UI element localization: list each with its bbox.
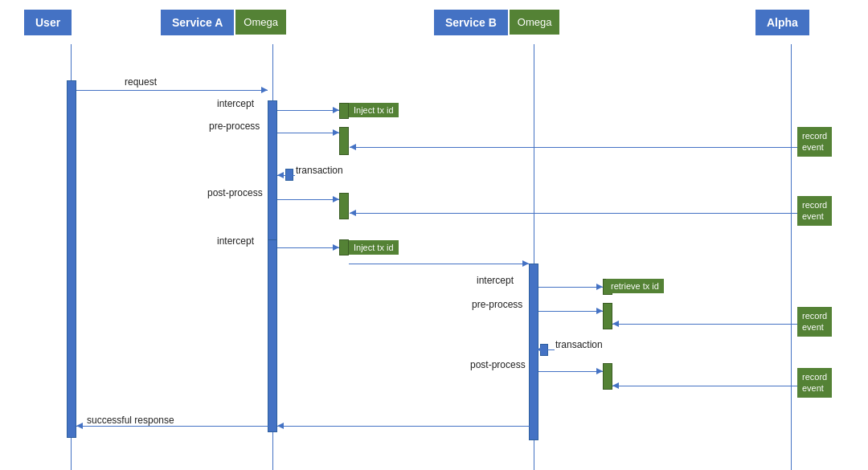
- preprocess1-arrow: [277, 133, 339, 133]
- serviceB-intercept-arrow: [538, 287, 603, 288]
- response-arrow: [76, 426, 269, 427]
- serviceB-preprocess-label: pre-process: [472, 299, 522, 310]
- serviceB-preprocess-arrow: [538, 311, 603, 312]
- serviceA-intercept2-bar: [339, 239, 349, 255]
- transaction2-arrow: [537, 349, 555, 350]
- alpha-record2-box: recordevent: [797, 196, 832, 226]
- serviceA-intercept1-bar: [339, 103, 349, 119]
- lifeline-serviceB-header: Service B Omega: [434, 4, 559, 40]
- serviceB-postprocess-arrow: [538, 371, 603, 372]
- inject2-box: Inject tx id: [349, 240, 399, 255]
- serviceA-tag: Omega: [235, 10, 286, 35]
- alpha-return3-arrow: [612, 324, 797, 325]
- intercept1-label: intercept: [217, 98, 254, 109]
- postprocess1-arrow: [277, 199, 339, 200]
- serviceA-activation-lower: [268, 239, 277, 432]
- intercept1-arrow: [277, 110, 339, 111]
- alpha-box: Alpha: [755, 10, 809, 35]
- user-box: User: [24, 10, 72, 35]
- alpha-return2-arrow: [350, 213, 797, 214]
- postprocess1-label: post-process: [207, 187, 263, 198]
- transaction1-arrow: [277, 175, 295, 176]
- serviceB-box: Service B: [434, 10, 508, 35]
- serviceB-preprocess-bar: [603, 303, 612, 329]
- preprocess1-label: pre-process: [209, 121, 260, 132]
- sequence-diagram: User Service A Omega Service B Omega Alp…: [0, 0, 868, 470]
- request-label: request: [125, 76, 157, 88]
- alpha-record3-box: recordevent: [797, 307, 832, 337]
- intercept2-label: intercept: [217, 235, 254, 247]
- lifeline-serviceA-header: Service A Omega: [161, 4, 286, 40]
- serviceB-tag: Omega: [510, 10, 560, 35]
- alpha-lifeline: [791, 44, 792, 470]
- serviceA-box: Service A: [161, 10, 234, 35]
- intercept2-arrow: [277, 247, 339, 248]
- inject1-box: Inject tx id: [349, 103, 399, 117]
- alpha-return4-arrow: [612, 386, 797, 386]
- serviceB-postprocess-bar: [603, 363, 612, 390]
- serviceB-postprocess-label: post-process: [470, 359, 526, 370]
- serviceB-intercept-label: intercept: [477, 275, 514, 286]
- user-activation: [67, 80, 76, 438]
- alpha-record1-box: recordevent: [797, 127, 832, 157]
- serviceA-postprocess1-bar: [339, 193, 349, 219]
- transaction1-label: transaction: [296, 165, 343, 176]
- alpha-return1-arrow: [350, 147, 797, 148]
- lifeline-alpha-header: Alpha: [755, 4, 809, 40]
- response-label: successful response: [87, 415, 174, 426]
- request-arrow: [76, 90, 268, 91]
- alpha-record4-box: recordevent: [797, 368, 832, 398]
- serviceB-return-arrow: [277, 426, 530, 427]
- retrieve-box: retrieve tx id: [606, 279, 664, 293]
- lifeline-user-header: User: [24, 4, 72, 40]
- serviceA-to-serviceB-arrow: [349, 264, 529, 264]
- serviceA-preprocess1-bar: [339, 127, 349, 155]
- transaction2-label: transaction: [555, 339, 603, 350]
